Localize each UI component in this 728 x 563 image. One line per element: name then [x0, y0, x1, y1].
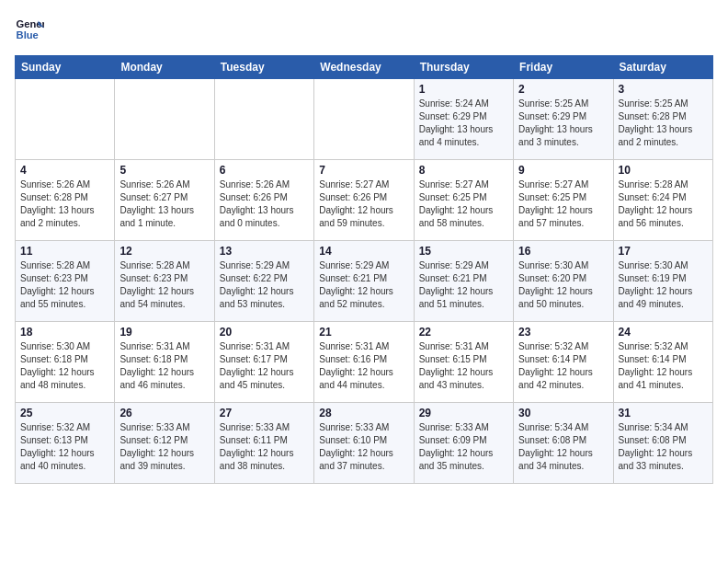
day-number: 27: [220, 407, 309, 419]
day-number: 25: [20, 407, 109, 419]
day-number: 9: [518, 164, 608, 177]
calendar-cell: 1Sunrise: 5:24 AM Sunset: 6:29 PM Daylig…: [414, 79, 513, 160]
day-info: Sunrise: 5:33 AM Sunset: 6:09 PM Dayligh…: [419, 421, 508, 473]
day-info: Sunrise: 5:28 AM Sunset: 6:23 PM Dayligh…: [20, 259, 109, 311]
day-info: Sunrise: 5:31 AM Sunset: 6:16 PM Dayligh…: [319, 340, 408, 392]
day-info: Sunrise: 5:24 AM Sunset: 6:29 PM Dayligh…: [419, 98, 508, 149]
calendar-cell: 24Sunrise: 5:32 AM Sunset: 6:14 PM Dayli…: [613, 322, 712, 403]
calendar-cell: 14Sunrise: 5:29 AM Sunset: 6:21 PM Dayli…: [314, 241, 414, 322]
calendar-cell: 21Sunrise: 5:31 AM Sunset: 6:16 PM Dayli…: [314, 322, 414, 403]
day-info: Sunrise: 5:28 AM Sunset: 6:23 PM Dayligh…: [119, 259, 209, 311]
day-info: Sunrise: 5:26 AM Sunset: 6:28 PM Dayligh…: [20, 178, 109, 230]
weekday-header-thursday: Thursday: [414, 56, 513, 79]
day-number: 11: [20, 245, 109, 258]
day-number: 5: [119, 164, 209, 177]
day-info: Sunrise: 5:30 AM Sunset: 6:18 PM Dayligh…: [20, 340, 109, 392]
calendar-cell: 5Sunrise: 5:26 AM Sunset: 6:27 PM Daylig…: [115, 160, 214, 241]
day-info: Sunrise: 5:30 AM Sunset: 6:19 PM Dayligh…: [619, 259, 708, 311]
day-info: Sunrise: 5:29 AM Sunset: 6:22 PM Dayligh…: [220, 259, 309, 311]
calendar-cell: 9Sunrise: 5:27 AM Sunset: 6:25 PM Daylig…: [514, 160, 613, 241]
day-info: Sunrise: 5:32 AM Sunset: 6:14 PM Dayligh…: [619, 340, 708, 392]
day-info: Sunrise: 5:27 AM Sunset: 6:25 PM Dayligh…: [419, 178, 508, 230]
day-number: 6: [220, 164, 309, 177]
day-number: 18: [20, 326, 109, 339]
day-number: 17: [619, 245, 708, 258]
day-number: 22: [419, 326, 508, 339]
day-info: Sunrise: 5:32 AM Sunset: 6:13 PM Dayligh…: [20, 421, 109, 473]
day-info: Sunrise: 5:30 AM Sunset: 6:20 PM Dayligh…: [518, 259, 608, 311]
day-number: 19: [119, 326, 209, 339]
day-info: Sunrise: 5:29 AM Sunset: 6:21 PM Dayligh…: [319, 259, 408, 311]
day-number: 7: [319, 164, 408, 177]
calendar-cell: 16Sunrise: 5:30 AM Sunset: 6:20 PM Dayli…: [514, 241, 613, 322]
calendar-cell: 11Sunrise: 5:28 AM Sunset: 6:23 PM Dayli…: [16, 241, 115, 322]
calendar-cell: 4Sunrise: 5:26 AM Sunset: 6:28 PM Daylig…: [16, 160, 115, 241]
weekday-header-monday: Monday: [115, 56, 214, 79]
svg-text:Blue: Blue: [17, 29, 39, 40]
day-number: 20: [220, 326, 309, 339]
calendar-cell: 25Sunrise: 5:32 AM Sunset: 6:13 PM Dayli…: [16, 403, 115, 484]
day-number: 3: [619, 83, 708, 96]
day-number: 16: [518, 245, 608, 258]
calendar-cell: 19Sunrise: 5:31 AM Sunset: 6:18 PM Dayli…: [115, 322, 214, 403]
day-info: Sunrise: 5:33 AM Sunset: 6:11 PM Dayligh…: [220, 421, 309, 473]
day-info: Sunrise: 5:32 AM Sunset: 6:14 PM Dayligh…: [518, 340, 608, 392]
calendar-cell: 8Sunrise: 5:27 AM Sunset: 6:25 PM Daylig…: [414, 160, 513, 241]
calendar-table: SundayMondayTuesdayWednesdayThursdayFrid…: [15, 55, 713, 484]
day-number: 4: [20, 164, 109, 177]
day-number: 8: [419, 164, 508, 177]
day-info: Sunrise: 5:27 AM Sunset: 6:26 PM Dayligh…: [319, 178, 408, 230]
day-number: 14: [319, 245, 408, 258]
weekday-header-saturday: Saturday: [613, 56, 712, 79]
calendar-cell: 20Sunrise: 5:31 AM Sunset: 6:17 PM Dayli…: [214, 322, 313, 403]
day-info: Sunrise: 5:28 AM Sunset: 6:24 PM Dayligh…: [619, 178, 708, 230]
page-header: General Blue: [15, 15, 713, 44]
day-number: 30: [518, 407, 608, 419]
calendar-cell: 30Sunrise: 5:34 AM Sunset: 6:08 PM Dayli…: [514, 403, 613, 484]
calendar-cell: 13Sunrise: 5:29 AM Sunset: 6:22 PM Dayli…: [214, 241, 313, 322]
calendar-cell: 10Sunrise: 5:28 AM Sunset: 6:24 PM Dayli…: [613, 160, 712, 241]
day-number: 24: [619, 326, 708, 339]
calendar-cell: 22Sunrise: 5:31 AM Sunset: 6:15 PM Dayli…: [414, 322, 513, 403]
calendar-cell: 18Sunrise: 5:30 AM Sunset: 6:18 PM Dayli…: [16, 322, 115, 403]
day-number: 29: [419, 407, 508, 419]
calendar-cell: 17Sunrise: 5:30 AM Sunset: 6:19 PM Dayli…: [613, 241, 712, 322]
calendar-cell: 7Sunrise: 5:27 AM Sunset: 6:26 PM Daylig…: [314, 160, 414, 241]
calendar-cell: [16, 79, 115, 160]
day-number: 21: [319, 326, 408, 339]
day-info: Sunrise: 5:26 AM Sunset: 6:26 PM Dayligh…: [220, 178, 309, 230]
calendar-cell: 6Sunrise: 5:26 AM Sunset: 6:26 PM Daylig…: [214, 160, 313, 241]
day-number: 13: [220, 245, 309, 258]
day-number: 2: [518, 83, 608, 96]
day-number: 15: [419, 245, 508, 258]
calendar-cell: 2Sunrise: 5:25 AM Sunset: 6:29 PM Daylig…: [514, 79, 613, 160]
day-info: Sunrise: 5:34 AM Sunset: 6:08 PM Dayligh…: [619, 421, 708, 473]
day-info: Sunrise: 5:31 AM Sunset: 6:15 PM Dayligh…: [419, 340, 508, 392]
day-number: 31: [619, 407, 708, 419]
calendar-cell: 26Sunrise: 5:33 AM Sunset: 6:12 PM Dayli…: [115, 403, 214, 484]
day-info: Sunrise: 5:29 AM Sunset: 6:21 PM Dayligh…: [419, 259, 508, 311]
day-info: Sunrise: 5:31 AM Sunset: 6:18 PM Dayligh…: [119, 340, 209, 392]
calendar-cell: 29Sunrise: 5:33 AM Sunset: 6:09 PM Dayli…: [414, 403, 513, 484]
calendar-cell: [214, 79, 313, 160]
day-info: Sunrise: 5:26 AM Sunset: 6:27 PM Dayligh…: [119, 178, 209, 230]
weekday-header-friday: Friday: [514, 56, 613, 79]
calendar-cell: 28Sunrise: 5:33 AM Sunset: 6:10 PM Dayli…: [314, 403, 414, 484]
calendar-cell: 31Sunrise: 5:34 AM Sunset: 6:08 PM Dayli…: [613, 403, 712, 484]
day-info: Sunrise: 5:31 AM Sunset: 6:17 PM Dayligh…: [220, 340, 309, 392]
day-number: 28: [319, 407, 408, 419]
day-info: Sunrise: 5:34 AM Sunset: 6:08 PM Dayligh…: [518, 421, 608, 473]
weekday-header-sunday: Sunday: [16, 56, 115, 79]
weekday-header-tuesday: Tuesday: [214, 56, 313, 79]
day-info: Sunrise: 5:27 AM Sunset: 6:25 PM Dayligh…: [518, 178, 608, 230]
day-info: Sunrise: 5:33 AM Sunset: 6:12 PM Dayligh…: [119, 421, 209, 473]
calendar-header: SundayMondayTuesdayWednesdayThursdayFrid…: [16, 56, 713, 79]
calendar-cell: [115, 79, 214, 160]
calendar-cell: 27Sunrise: 5:33 AM Sunset: 6:11 PM Dayli…: [214, 403, 313, 484]
calendar-cell: 15Sunrise: 5:29 AM Sunset: 6:21 PM Dayli…: [414, 241, 513, 322]
day-number: 10: [619, 164, 708, 177]
calendar-cell: [314, 79, 414, 160]
day-number: 12: [119, 245, 209, 258]
day-number: 26: [119, 407, 209, 419]
day-info: Sunrise: 5:25 AM Sunset: 6:28 PM Dayligh…: [619, 98, 708, 149]
